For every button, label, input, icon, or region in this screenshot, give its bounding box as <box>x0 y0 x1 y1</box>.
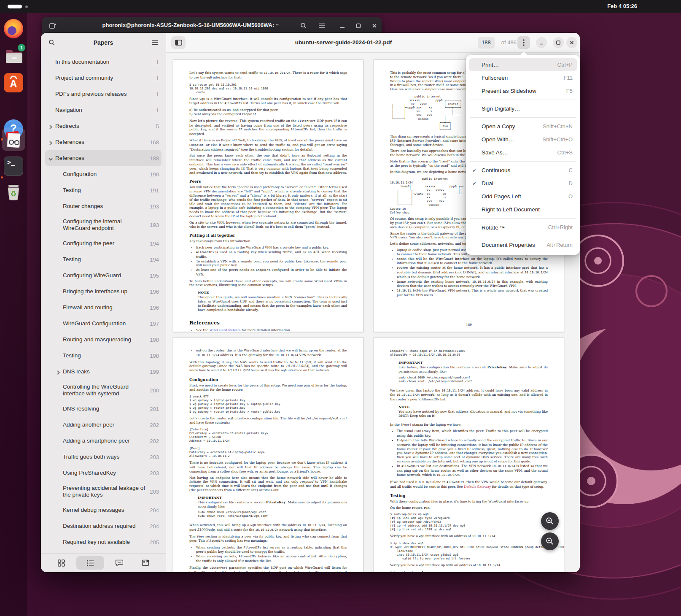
terminal-icon[interactable]: >_ <box>4 157 23 176</box>
outline-item-label: Bringing the interfaces up <box>63 288 127 295</box>
terminal-close-button[interactable] <box>369 20 380 32</box>
outline-item[interactable]: WireGuard Configuration197 <box>45 316 162 332</box>
ubuntu-software-icon[interactable]: A <box>4 73 23 92</box>
outline-view-button[interactable] <box>76 556 104 570</box>
menu-item-shortcut: D <box>569 180 573 186</box>
menu-item[interactable]: Open a CopyShift+Ctrl+N <box>469 120 577 133</box>
pdf-block: $ sudo wg-quick up wg0 [#] ip link add w… <box>390 513 548 532</box>
menu-item[interactable]: ✓DualD <box>469 177 577 190</box>
menu-item[interactable]: Odd Pages LeftO <box>469 190 577 203</box>
chevron-down-icon[interactable] <box>48 156 53 161</box>
outline-item[interactable]: Firewall and routing196 <box>45 300 162 316</box>
outline-item[interactable]: In this documentation1 <box>45 54 162 70</box>
outline-item[interactable]: DNS leaks199 <box>45 364 162 380</box>
outline-item[interactable]: References168 <box>45 134 162 150</box>
outline-item[interactable]: PDFs and previous releases1 <box>45 86 162 102</box>
pdf-block: $ ip a show dev wg0 9: wg0: <POINTOPOINT… <box>390 542 548 561</box>
outline-item[interactable]: Testing191 <box>45 182 162 198</box>
terminal-new-tab-button[interactable] <box>47 20 59 32</box>
pdf-block: Each peer participating in the WireGuard… <box>189 246 347 277</box>
chevron-right-icon[interactable] <box>56 369 61 374</box>
outline-item-label: Navigation <box>55 107 82 113</box>
menu-item[interactable]: Right to Left Document <box>469 203 577 216</box>
outline-item[interactable]: Project and community1 <box>45 70 162 86</box>
outline-item-label: Testing <box>63 352 81 359</box>
outline-item[interactable]: Testing194 <box>45 251 162 267</box>
menu-item-label: Sign Digitally… <box>482 105 573 112</box>
papers-icon[interactable] <box>4 130 23 149</box>
outline-item[interactable]: Preventing accidental leakage of the pri… <box>45 481 162 502</box>
zoom-out-button[interactable] <box>541 532 559 550</box>
chevron-right-icon[interactable] <box>48 140 53 145</box>
bookmarks-view-button[interactable] <box>135 556 156 570</box>
outline-item[interactable]: Testing198 <box>45 348 162 364</box>
menu-item[interactable]: FullscreenF11 <box>469 71 577 84</box>
menu-item[interactable]: ✓ContinuousC <box>469 164 577 177</box>
outline-item-label: Required key not available <box>63 539 130 546</box>
outline-item[interactable]: Adding another peer202 <box>45 417 162 433</box>
outline-item[interactable]: Adding a smartphone peer202 <box>45 433 162 449</box>
outline-item[interactable]: Routing and masquerading198 <box>45 332 162 348</box>
outline-item-label: Traffic goes both ways <box>63 454 119 460</box>
outline-item[interactable]: DNS resolving201 <box>45 401 162 417</box>
outline-item[interactable]: Configuring the internal WireGuard endpo… <box>45 214 162 235</box>
terminal-search-button[interactable] <box>298 20 310 32</box>
workspace-dot[interactable] <box>25 5 28 8</box>
terminal-maximize-button[interactable] <box>353 20 364 32</box>
zoom-in-button[interactable] <box>541 512 559 530</box>
clock[interactable]: Feb 4 05:26 <box>607 0 637 13</box>
outline-item[interactable]: Required key not available205 <box>45 534 162 550</box>
pdf-block: [Interface] PrivateKey = <contents-of-ro… <box>189 428 347 458</box>
page-total-label: of 486 <box>501 37 517 49</box>
outline-item[interactable]: Navigation1 <box>45 102 162 118</box>
trash-icon[interactable]: ♻ <box>4 182 23 201</box>
annotations-view-button[interactable] <box>108 556 130 570</box>
files-icon[interactable]: 1 <box>4 46 23 65</box>
chevron-right-icon[interactable] <box>48 124 53 129</box>
window-maximize-button[interactable] <box>553 37 564 48</box>
outline-item[interactable]: Using PreSharedKey203 <box>45 465 162 481</box>
outline-item[interactable]: Configuring WireGuard195 <box>45 267 162 284</box>
outline-item[interactable]: Controlling the WireGuard interface with… <box>45 380 162 401</box>
outline-list[interactable]: In this documentation1Project and commun… <box>41 52 166 553</box>
terminal-menu-button[interactable] <box>316 20 328 32</box>
outline-item-page: 198 <box>147 353 162 359</box>
pdf-block: When activated, this will bring up a wg0… <box>189 523 347 532</box>
window-minimize-button[interactable] <box>536 37 547 48</box>
menu-item[interactable]: Sign Digitally… <box>469 102 577 115</box>
outline-item[interactable]: Bringing the interfaces up196 <box>45 284 162 300</box>
menu-item[interactable]: Open With…Shift+Ctrl+O <box>469 133 577 146</box>
document-title: ubuntu-server-guide-2024-01-22.pdf <box>217 33 470 52</box>
outline-item-label: WireGuard Configuration <box>63 320 126 327</box>
activities-indicator[interactable] <box>8 5 22 8</box>
sidebar-toggle-button[interactable] <box>171 36 186 49</box>
outline-item[interactable]: Traffic goes both ways203 <box>45 449 162 465</box>
outline-item[interactable]: Configuring the peer194 <box>45 235 162 251</box>
terminal-minimize-button[interactable] <box>336 20 348 32</box>
outline-item-label: Configuring WireGuard <box>63 272 121 279</box>
menu-item[interactable]: Rotate ↷Ctrl+Right <box>469 221 577 234</box>
pdf-block: Since wg0 is a WireGuard interface, it w… <box>189 97 347 106</box>
pdf-block: IMPORTANTLike before, this configuration… <box>398 360 548 386</box>
outline-item[interactable]: Kernel debug messages204 <box>45 502 162 518</box>
menu-item[interactable]: Document PropertiesAlt+Return <box>469 238 577 251</box>
outline-item[interactable]: Router changes193 <box>45 198 162 214</box>
menu-item[interactable]: Present as SlideshowF5 <box>469 84 577 97</box>
outline-item-page: 5 <box>153 123 162 130</box>
outline-item-page: 1 <box>153 107 162 113</box>
outline-item[interactable]: Destination address required204 <box>45 518 162 534</box>
pdf-block: Verify you have a wg0 interface with an … <box>390 534 548 539</box>
sidebar-menu-button[interactable] <box>149 37 161 49</box>
main-menu-button[interactable] <box>517 36 530 49</box>
menu-item[interactable]: Print…Ctrl+P <box>469 58 577 71</box>
page-number-input[interactable]: 188 <box>478 37 495 49</box>
thumbnails-view-button[interactable] <box>50 556 72 570</box>
menu-item[interactable]: Save As…Ctrl+S <box>469 146 577 159</box>
papers-header: ubuntu-server-guide-2024-01-22.pdf 188 o… <box>166 33 580 53</box>
window-close-button[interactable] <box>566 37 577 48</box>
outline-item[interactable]: References188 <box>45 150 162 166</box>
top-bar: Feb 4 05:26 <box>0 0 681 13</box>
outline-item[interactable]: Redirects5 <box>45 118 162 134</box>
outline-item[interactable]: Configuration190 <box>45 166 162 182</box>
firefox-icon[interactable] <box>4 19 23 38</box>
